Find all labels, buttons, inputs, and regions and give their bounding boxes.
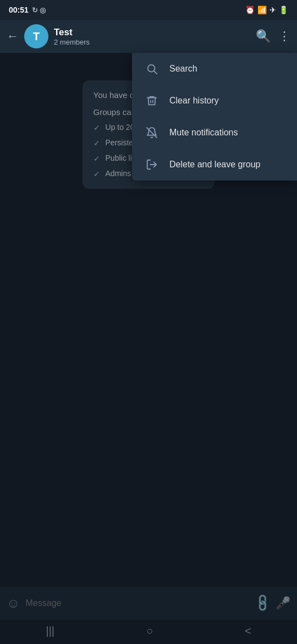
- airplane-icon: ✈: [270, 6, 276, 14]
- search-header-icon[interactable]: 🔍: [256, 29, 271, 43]
- chat-members: 2 members: [54, 38, 256, 46]
- search-menu-icon: [145, 63, 158, 75]
- status-extra-icons: ↻ ◎: [32, 6, 46, 14]
- chat-header: ← T Test 2 members 🔍 ⋮: [0, 20, 297, 53]
- battery-icon: 🔋: [279, 6, 288, 14]
- status-bar: 00:51 ↻ ◎ ⏰ 📶 ✈ 🔋: [0, 0, 297, 20]
- back-button[interactable]: ←: [7, 29, 19, 43]
- chat-name: Test: [54, 27, 256, 38]
- wifi-icon: 📶: [257, 6, 267, 14]
- more-options-icon[interactable]: ⋮: [278, 29, 290, 43]
- leave-group-icon: [145, 159, 158, 171]
- menu-item-mute[interactable]: Mute notifications: [132, 117, 297, 149]
- mute-icon: [145, 127, 158, 139]
- alarm-icon: ⏰: [245, 6, 255, 14]
- status-left: 00:51 ↻ ◎: [9, 6, 46, 14]
- status-right: ⏰ 📶 ✈ 🔋: [245, 6, 288, 14]
- header-actions: 🔍 ⋮: [256, 29, 290, 43]
- clear-history-icon: [145, 95, 158, 107]
- menu-item-clear-history[interactable]: Clear history: [132, 85, 297, 117]
- dropdown-menu: Search Clear history Mute notifications: [132, 53, 297, 181]
- time-display: 00:51: [9, 6, 29, 14]
- svg-line-1: [154, 71, 157, 74]
- delete-leave-label: Delete and leave group: [169, 160, 260, 170]
- chat-info: Test 2 members: [54, 27, 256, 46]
- menu-item-search[interactable]: Search: [132, 53, 297, 85]
- mute-label: Mute notifications: [169, 128, 238, 138]
- search-menu-label: Search: [169, 64, 197, 74]
- menu-item-delete-leave[interactable]: Delete and leave group: [132, 149, 297, 181]
- clear-history-label: Clear history: [169, 96, 219, 106]
- avatar: T: [24, 24, 48, 48]
